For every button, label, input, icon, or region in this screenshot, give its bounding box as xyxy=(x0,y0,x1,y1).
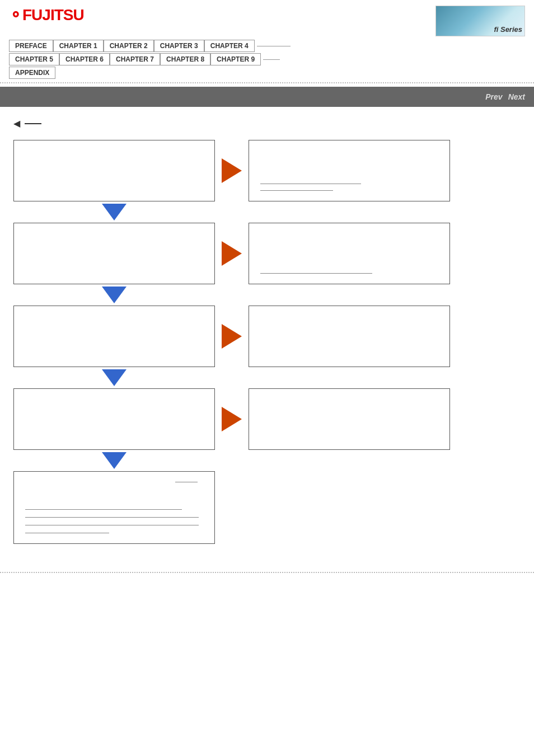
flow-box-2-left xyxy=(13,223,215,284)
logo-icon: ⚬ xyxy=(9,6,21,24)
arrow-down-icon-1 xyxy=(102,204,127,220)
arrow-down-3 xyxy=(13,369,215,386)
flow-row-5 xyxy=(13,471,215,544)
nav-chapter2[interactable]: CHAPTER 2 xyxy=(104,40,154,52)
nav-chapter7[interactable]: CHAPTER 7 xyxy=(110,53,160,65)
flow-box-5-last xyxy=(13,471,215,544)
flow-diagram xyxy=(13,140,521,544)
back-arrow-line xyxy=(25,123,41,124)
arrow-right-2 xyxy=(215,241,249,266)
next-button[interactable]: Next xyxy=(508,92,525,101)
flow-row-1 xyxy=(13,140,450,201)
navigation: PREFACE CHAPTER 1 CHAPTER 2 CHAPTER 3 CH… xyxy=(0,36,534,79)
nav-chapter3[interactable]: CHAPTER 3 xyxy=(154,40,204,52)
arrow-right-4 xyxy=(215,407,249,431)
nav-chapter8[interactable]: CHAPTER 8 xyxy=(160,53,210,65)
flow-box-1-right xyxy=(249,140,450,201)
back-arrow[interactable]: ◀ xyxy=(13,118,521,129)
nav-chapter5[interactable]: CHAPTER 5 xyxy=(9,53,59,65)
logo: ⚬ FUJITSU xyxy=(9,6,84,24)
flow-box-3-left xyxy=(13,306,215,367)
arrow-down-icon-4 xyxy=(102,452,127,469)
nav-chapter9[interactable]: CHAPTER 9 xyxy=(210,53,261,65)
nav-appendix[interactable]: APPENDIX xyxy=(9,67,55,79)
fi-series-label: fi Series xyxy=(494,25,522,34)
back-arrow-icon: ◀ xyxy=(13,118,20,129)
header-image: fi Series xyxy=(435,6,525,36)
flow-box-1-left xyxy=(13,140,215,201)
arrow-right-icon-3 xyxy=(222,324,242,349)
arrow-down-icon-3 xyxy=(102,369,127,386)
nav-row-1: PREFACE CHAPTER 1 CHAPTER 2 CHAPTER 3 CH… xyxy=(9,40,525,52)
arrow-right-icon-1 xyxy=(222,158,242,183)
nav-separator-1 xyxy=(257,46,291,46)
nav-chapter1[interactable]: CHAPTER 1 xyxy=(53,40,104,52)
arrow-right-icon-4 xyxy=(222,407,242,431)
nav-row-3: APPENDIX xyxy=(9,67,525,79)
arrow-down-icon-2 xyxy=(102,287,127,303)
flow-row-2 xyxy=(13,223,450,284)
arrow-right-1 xyxy=(215,158,249,183)
prev-button[interactable]: Prev xyxy=(485,92,502,101)
arrow-down-2 xyxy=(13,287,215,303)
toolbar: Prev Next xyxy=(0,87,534,107)
nav-row-2: CHAPTER 5 CHAPTER 6 CHAPTER 7 CHAPTER 8 … xyxy=(9,53,525,65)
flow-box-4-right xyxy=(249,388,450,450)
nav-chapter6[interactable]: CHAPTER 6 xyxy=(59,53,110,65)
flow-box-4-left xyxy=(13,388,215,450)
nav-chapter4[interactable]: CHAPTER 4 xyxy=(204,40,255,52)
nav-separator-2 xyxy=(263,59,280,60)
nav-preface[interactable]: PREFACE xyxy=(9,40,53,52)
arrow-right-3 xyxy=(215,324,249,349)
divider-bottom xyxy=(0,572,534,573)
arrow-right-icon-2 xyxy=(222,241,242,266)
arrow-down-1 xyxy=(13,204,215,220)
flow-row-4 xyxy=(13,388,450,450)
main-content: ◀ xyxy=(0,107,534,555)
flow-box-2-right xyxy=(249,223,450,284)
flow-row-3 xyxy=(13,306,450,367)
arrow-down-4 xyxy=(13,452,215,469)
header: ⚬ FUJITSU fi Series xyxy=(0,0,534,36)
divider-top xyxy=(0,82,534,83)
flow-box-3-right xyxy=(249,306,450,367)
